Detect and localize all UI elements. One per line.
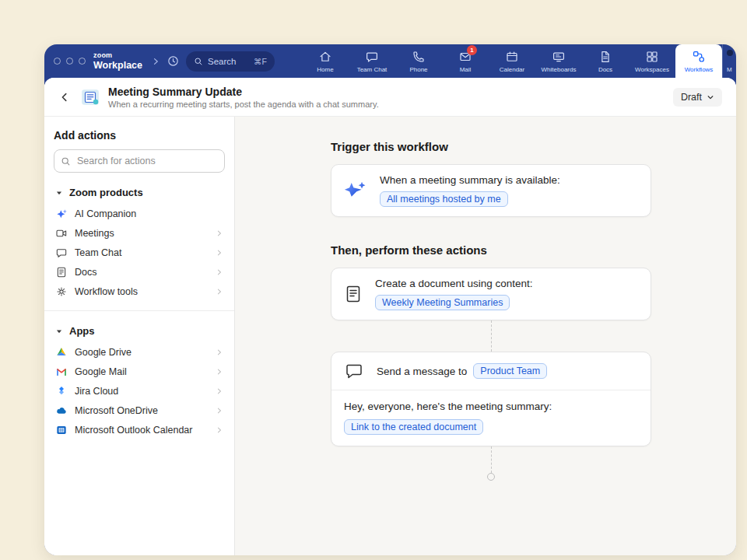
flow-connector [491, 320, 492, 352]
sidebar-item-label: Meetings [75, 228, 114, 239]
section-label: Zoom products [69, 187, 143, 198]
chevron-right-icon [216, 426, 223, 434]
sidebar-item-label: Google Mail [75, 366, 127, 377]
app-window: zoom Workplace Search ⌘F Home [44, 44, 736, 555]
trigger-heading: Trigger this workflow [331, 140, 651, 153]
sidebar-item-google-drive[interactable]: Google Drive [54, 342, 225, 362]
sidebar-item-jira-cloud[interactable]: Jira Cloud [54, 381, 225, 401]
nav-item-label: Whiteboards [542, 66, 577, 73]
sidebar-item-microsoft-outlook-calendar[interactable]: Microsoft Outlook Calendar [54, 420, 225, 439]
whiteboard-icon [552, 50, 566, 64]
nav-item-team-chat[interactable]: Team Chat [349, 44, 395, 78]
top-nav-bar: zoom Workplace Search ⌘F Home [44, 44, 736, 78]
meeting-summary-doc-icon [80, 87, 100, 107]
microsoft-onedrive-icon [55, 404, 68, 417]
window-control-dot[interactable] [66, 58, 73, 65]
section-apps[interactable]: Apps [55, 325, 223, 337]
search-label: Search [208, 57, 236, 66]
nav-item-label: Phone [409, 66, 427, 73]
sidebar-item-workflow-tools[interactable]: Workflow tools [54, 282, 225, 301]
home-icon [318, 50, 332, 64]
sidebar-item-label: Jira Cloud [75, 386, 118, 397]
section-zoom-products[interactable]: Zoom products [55, 187, 223, 198]
nav-item-label: Home [317, 66, 333, 73]
more-dot-icon [727, 50, 733, 64]
nav-item-calendar[interactable]: Calendar [489, 44, 535, 78]
section-label: Apps [69, 325, 95, 337]
google-drive-icon [55, 346, 68, 359]
nav-item-phone[interactable]: Phone [395, 44, 442, 78]
trigger-scope-tag[interactable]: All meetings hosted by me [380, 191, 508, 207]
document-content-tag[interactable]: Weekly Meeting Summaries [375, 295, 510, 310]
sidebar-title: Add actions [54, 129, 225, 142]
actions-heading: Then, perform these actions [331, 243, 651, 257]
history-clock-icon[interactable] [167, 54, 180, 68]
nav-item-mail[interactable]: 1 Mail [442, 44, 489, 78]
sidebar-item-team-chat[interactable]: Team Chat [54, 243, 225, 262]
nav-item-home[interactable]: Home [302, 44, 349, 78]
sidebar-item-meetings[interactable]: Meetings [54, 223, 225, 243]
chevron-right-icon [216, 348, 223, 356]
chevron-right-icon[interactable] [151, 57, 160, 66]
chevron-down-icon [707, 93, 714, 101]
sidebar-item-microsoft-onedrive[interactable]: Microsoft OneDrive [54, 401, 225, 420]
status-label: Draft [681, 92, 702, 103]
trigger-card[interactable]: When a meeting summary is available: All… [331, 164, 651, 217]
actions-sidebar: Add actions Zoom products [44, 117, 235, 555]
add-step-node[interactable] [487, 473, 495, 481]
primary-nav: Home Team Chat Phone 1 Mail [302, 44, 736, 78]
workflow-header: Meeting Summary Update When a recurring … [44, 78, 736, 117]
caret-down-icon [55, 189, 63, 197]
chevron-right-icon [216, 229, 223, 237]
global-search[interactable]: Search ⌘F [186, 51, 275, 72]
nav-item-label: Workflows [685, 66, 714, 73]
window-control-dot[interactable] [79, 58, 86, 65]
mail-unread-badge: 1 [467, 45, 477, 55]
chevron-right-icon [216, 368, 223, 376]
flow-connector [491, 446, 492, 473]
back-button[interactable] [55, 88, 74, 107]
zoom-workplace-logo: zoom Workplace [93, 52, 142, 71]
meetings-camera-icon [55, 227, 68, 240]
workflow-title-block: Meeting Summary Update When a recurring … [108, 86, 379, 109]
status-dropdown[interactable]: Draft [673, 88, 722, 107]
nav-item-workspaces[interactable]: Workspaces [629, 44, 675, 78]
caret-down-icon [55, 327, 63, 335]
nav-item-label: Calendar [500, 66, 524, 73]
create-document-text: Create a document using content: [375, 278, 533, 289]
create-document-card[interactable]: Create a document using content: Weekly … [331, 268, 651, 320]
chevron-right-icon [216, 407, 223, 415]
sidebar-item-docs[interactable]: Docs [54, 262, 225, 282]
chevron-right-icon [216, 249, 223, 257]
actions-search-input[interactable] [75, 155, 218, 167]
trigger-text: When a meeting summary is available: [380, 174, 560, 186]
sidebar-item-google-mail[interactable]: Google Mail [54, 362, 225, 381]
workflow-canvas: Trigger this workflow When a meeting sum… [235, 117, 736, 555]
nav-item-label: Team Chat [357, 66, 388, 73]
nav-item-docs[interactable]: Docs [582, 44, 629, 78]
chevron-right-icon [216, 387, 223, 395]
workflow-subtitle: When a recurring meeting starts, post th… [108, 100, 379, 109]
sidebar-item-ai-companion[interactable]: AI Companion [54, 204, 225, 223]
nav-item-label: Workspaces [635, 66, 669, 73]
logo-zoom-text: zoom [93, 52, 142, 59]
nav-item-more-partial[interactable]: M [722, 44, 736, 78]
actions-search[interactable] [54, 149, 225, 173]
search-icon [61, 156, 71, 166]
message-body-text: Hey, everyone, here's the meeting summar… [344, 401, 638, 412]
window-control-dot[interactable] [54, 58, 61, 65]
sidebar-item-label: Google Drive [75, 347, 132, 358]
window-controls [54, 58, 86, 65]
sidebar-item-label: Microsoft Outlook Calendar [75, 425, 192, 436]
search-icon [194, 57, 203, 66]
message-recipient-tag[interactable]: Product Team [473, 363, 547, 379]
chevron-right-icon [216, 268, 223, 276]
message-link-tag[interactable]: Link to the created document [344, 419, 483, 435]
nav-item-workflows-active[interactable]: Workflows [675, 44, 722, 78]
sidebar-item-label: Workflow tools [75, 286, 138, 297]
nav-item-whiteboards[interactable]: Whiteboards [535, 44, 582, 78]
workspaces-icon [645, 50, 659, 64]
jira-cloud-icon [55, 385, 68, 397]
send-message-card[interactable]: Send a message to Product Team Hey, ever… [331, 352, 651, 446]
ai-sparkle-icon [344, 179, 367, 202]
